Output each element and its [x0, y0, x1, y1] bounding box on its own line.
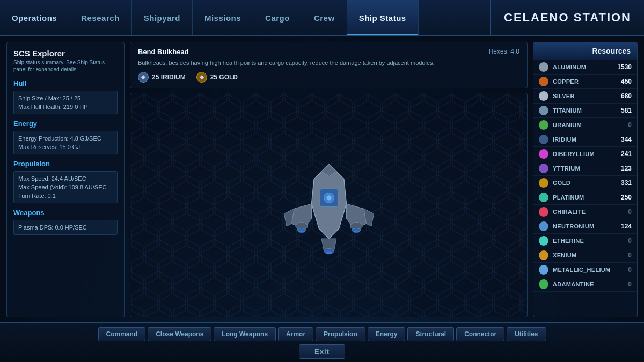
- resource-value-iridium: 344: [613, 136, 632, 143]
- nav-tabs-container: Operations Research Shipyard Missions Ca…: [0, 0, 490, 35]
- resource-value-uranium: 0: [613, 121, 632, 129]
- resource-name-iridium: IRIDIUM: [553, 136, 613, 143]
- module-tab-long-weapons[interactable]: Long Weapons: [214, 327, 276, 341]
- resource-value-metallic-helium: 0: [613, 266, 632, 274]
- resource-name-titanium: TITANIUM: [553, 107, 613, 114]
- resource-icon-metallic-helium: [539, 265, 548, 275]
- resource-icon-aluminum: [539, 62, 548, 72]
- resource-value-gold: 331: [613, 179, 632, 187]
- svg-point-21: [325, 251, 333, 254]
- gold-icon: ◆: [196, 72, 207, 83]
- energy-production-stat: Energy Production: 4.8 GJ/SEC: [18, 134, 113, 143]
- resource-row-xenium: XENIUM0: [533, 248, 637, 263]
- resource-row-silver: SILVER680: [533, 89, 637, 104]
- resource-row-copper: COPPER450: [533, 75, 637, 89]
- resource-row-iridium: IRIDIUM344: [533, 132, 637, 147]
- tab-operations[interactable]: Operations: [0, 0, 69, 35]
- module-title: Bend Bulkhead: [138, 48, 189, 56]
- propulsion-header: Propulsion: [13, 160, 118, 168]
- resource-icon-iridium: [539, 135, 548, 144]
- resource-icon-diberyllium: [539, 149, 548, 159]
- info-box-header: Bend Bulkhead Hexes: 4.0: [138, 48, 519, 56]
- module-tab-energy[interactable]: Energy: [368, 327, 406, 341]
- resources-list: ALUMINUM1530COPPER450SILVER680TITANIUM58…: [533, 60, 637, 292]
- tab-research[interactable]: Research: [69, 0, 132, 35]
- resource-value-xenium: 0: [613, 252, 632, 259]
- tab-crew[interactable]: Crew: [302, 0, 347, 35]
- top-navigation: Operations Research Shipyard Missions Ca…: [0, 0, 644, 36]
- hex-grid-area[interactable]: [130, 93, 528, 318]
- module-tab-utilities[interactable]: Utilities: [507, 327, 546, 341]
- ship-size-stat: Ship Size / Max: 25 / 25: [18, 94, 113, 102]
- resource-value-copper: 450: [613, 78, 632, 85]
- resource-name-platinum: PLATINUM: [553, 194, 613, 201]
- module-tab-armor[interactable]: Armor: [278, 327, 313, 341]
- resource-value-adamantine: 0: [613, 280, 632, 288]
- tab-ship-status[interactable]: Ship Status: [347, 0, 419, 35]
- module-costs: ◆ 25 IRIDIUM ◆ 25 GOLD: [138, 72, 519, 83]
- resource-value-neutronium: 124: [613, 223, 632, 230]
- resource-row-metallic_helium: METALLIC_HELIUM0: [533, 263, 637, 277]
- resource-icon-titanium: [539, 106, 548, 115]
- bottom-bar: Command Close Weapons Long Weapons Armor…: [0, 322, 644, 362]
- hull-header: Hull: [13, 79, 118, 87]
- left-status-panel: SCS Explorer Ship status summary. See Sh…: [6, 42, 125, 317]
- module-description: Bulkheads, besides having high health po…: [138, 58, 519, 68]
- resource-icon-yttrium: [539, 164, 548, 173]
- resource-row-platinum: PLATINUM250: [533, 190, 637, 205]
- resource-row-chiralite: CHIRALITE0: [533, 205, 637, 219]
- energy-header: Energy: [13, 120, 118, 128]
- resources-panel: Resources ALUMINUM1530COPPER450SILVER680…: [533, 42, 638, 317]
- tab-shipyard[interactable]: Shipyard: [132, 0, 193, 35]
- hull-stats: Ship Size / Max: 25 / 25 Max Hull Health…: [13, 91, 118, 114]
- max-speed-void-stat: Max Speed (Void): 109.8 AU/SEC: [18, 183, 113, 191]
- energy-stats: Energy Production: 4.8 GJ/SEC Max Reserv…: [13, 131, 118, 154]
- resource-value-silver: 680: [613, 92, 632, 100]
- resource-row-uranium: URANIUM0: [533, 118, 637, 132]
- resource-icon-xenium: [539, 250, 548, 260]
- resource-row-diberyllium: DIBERYLLIUM241: [533, 147, 637, 161]
- resource-name-silver: SILVER: [553, 93, 613, 99]
- resource-row-gold: GOLD331: [533, 176, 637, 190]
- resource-icon-gold: [539, 178, 548, 188]
- resource-name-gold: GOLD: [553, 180, 613, 186]
- tab-missions[interactable]: Missions: [193, 0, 253, 35]
- module-tab-command[interactable]: Command: [98, 327, 146, 341]
- resource-name-diberyllium: DIBERYLLIUM: [553, 151, 613, 157]
- resource-name-chiralite: CHIRALITE: [553, 209, 613, 215]
- resource-row-aluminum: ALUMINUM1530: [533, 60, 637, 75]
- ship-image: [270, 134, 388, 276]
- propulsion-stats: Max Speed: 24.4 AU/SEC Max Speed (Void):…: [13, 171, 118, 203]
- module-tab-close-weapons[interactable]: Close Weapons: [148, 327, 211, 341]
- resource-name-xenium: XENIUM: [553, 252, 613, 258]
- resource-value-platinum: 250: [613, 194, 632, 201]
- iridium-icon: ◆: [138, 72, 149, 83]
- main-content: SCS Explorer Ship status summary. See Sh…: [0, 36, 644, 322]
- resource-icon-chiralite: [539, 207, 548, 217]
- module-tab-structural[interactable]: Structural: [407, 327, 454, 341]
- module-hexes: Hexes: 4.0: [489, 48, 519, 56]
- resource-name-neutronium: NEUTRONIUM: [553, 223, 613, 230]
- center-panel: Bend Bulkhead Hexes: 4.0 Bulkheads, besi…: [130, 42, 528, 317]
- tab-cargo[interactable]: Cargo: [253, 0, 302, 35]
- resource-name-copper: COPPER: [553, 78, 613, 85]
- resource-value-titanium: 581: [613, 107, 632, 114]
- energy-reserves-stat: Max Reserves: 15.0 GJ: [18, 143, 113, 151]
- weapons-header: Weapons: [13, 209, 118, 217]
- resource-value-chiralite: 0: [613, 208, 632, 216]
- module-tab-propulsion[interactable]: Propulsion: [316, 327, 365, 341]
- resource-name-metallic-helium: METALLIC_HELIUM: [553, 267, 613, 273]
- ship-subtitle: Ship status summary. See Ship Status pan…: [13, 59, 118, 73]
- iridium-cost: ◆ 25 IRIDIUM: [138, 72, 186, 83]
- module-info-box: Bend Bulkhead Hexes: 4.0 Bulkheads, besi…: [130, 42, 528, 88]
- resource-icon-copper: [539, 77, 548, 86]
- resource-row-adamantine: ADAMANTINE0: [533, 277, 637, 292]
- resources-header: Resources: [533, 42, 637, 60]
- module-tabs: Command Close Weapons Long Weapons Armor…: [98, 327, 546, 341]
- exit-button[interactable]: Exit: [299, 344, 345, 359]
- resource-icon-platinum: [539, 193, 548, 202]
- max-speed-stat: Max Speed: 24.4 AU/SEC: [18, 174, 113, 183]
- module-tab-connector[interactable]: Connector: [456, 327, 504, 341]
- resource-name-adamantine: ADAMANTINE: [553, 281, 613, 287]
- resource-name-aluminum: ALUMINUM: [553, 64, 613, 70]
